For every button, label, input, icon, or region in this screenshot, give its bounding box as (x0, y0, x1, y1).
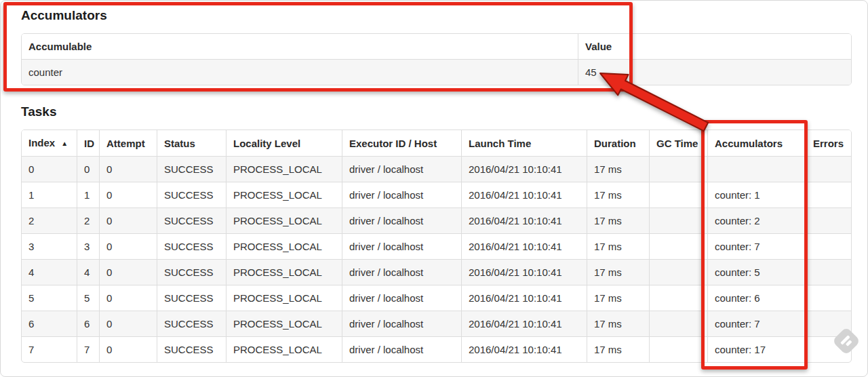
table-row: 000SUCCESSPROCESS_LOCALdriver / localhos… (22, 156, 851, 182)
column-header-index[interactable]: Index▲ (22, 130, 77, 156)
cell-launch-time: 2016/04/21 10:10:41 (461, 311, 587, 336)
cell-duration: 17 ms (587, 156, 649, 182)
cell-accumulators: counter: 17 (707, 336, 806, 362)
column-header-label: Accumulable (28, 41, 92, 52)
cell-attempt: 0 (99, 233, 157, 259)
cell-status: SUCCESS (157, 233, 226, 259)
tasks-section-title: Tasks (21, 104, 56, 119)
cell-gc-time (649, 233, 707, 259)
table-row: 110SUCCESSPROCESS_LOCALdriver / localhos… (22, 182, 851, 207)
cell-executor-id-host: driver / localhost (342, 233, 461, 259)
column-header-label: Index (28, 137, 55, 148)
cell-index: 6 (22, 311, 77, 336)
column-header-gc-time[interactable]: GC Time (649, 130, 707, 156)
cell-gc-time (649, 259, 707, 285)
column-header-status[interactable]: Status (157, 130, 226, 156)
cell-accumulators: counter: 2 (707, 207, 806, 233)
page: Accumulators AccumulableValuecounter45 T… (0, 0, 868, 377)
table-row: counter45 (22, 59, 851, 85)
table-row: 440SUCCESSPROCESS_LOCALdriver / localhos… (22, 259, 851, 285)
cell-index: 3 (22, 233, 77, 259)
cell-status: SUCCESS (157, 259, 226, 285)
cell-status: SUCCESS (157, 156, 226, 182)
cell-status: SUCCESS (157, 182, 226, 207)
column-header-label: Duration (594, 138, 636, 149)
column-header-label: Status (164, 138, 195, 149)
cell-executor-id-host: driver / localhost (342, 156, 461, 182)
cell-executor-id-host: driver / localhost (342, 311, 461, 336)
cell-accumulators: counter: 5 (707, 259, 806, 285)
cell-locality-level: PROCESS_LOCAL (226, 207, 342, 233)
column-header-label: Locality Level (233, 138, 300, 149)
cell-accumulators (707, 156, 806, 182)
cell-index: 2 (22, 207, 77, 233)
cell-launch-time: 2016/04/21 10:10:41 (461, 207, 587, 233)
cell-duration: 17 ms (587, 336, 649, 362)
cell-attempt: 0 (99, 156, 157, 182)
column-header-label: Accumulators (715, 138, 783, 149)
cell-status: SUCCESS (157, 285, 226, 311)
cell-attempt: 0 (99, 336, 157, 362)
cell-attempt: 0 (99, 285, 157, 311)
cell-executor-id-host: driver / localhost (342, 207, 461, 233)
column-header-label: GC Time (656, 138, 698, 149)
cell-errors (806, 207, 851, 233)
cell-executor-id-host: driver / localhost (342, 259, 461, 285)
cell-errors (806, 285, 851, 311)
cell-id: 4 (77, 259, 99, 285)
column-header-label: Errors (813, 138, 844, 149)
column-header-errors[interactable]: Errors (806, 130, 851, 156)
column-header-accumulators[interactable]: Accumulators (707, 130, 806, 156)
cell-locality-level: PROCESS_LOCAL (226, 182, 342, 207)
table-row: 770SUCCESSPROCESS_LOCALdriver / localhos… (22, 336, 851, 362)
cell-gc-time (649, 207, 707, 233)
accumulators-table: AccumulableValuecounter45 (21, 33, 852, 85)
table-row: 220SUCCESSPROCESS_LOCALdriver / localhos… (22, 207, 851, 233)
cell-id: 7 (77, 336, 99, 362)
tasks-table: Index▲IDAttemptStatusLocality LevelExecu… (21, 130, 852, 363)
cell-errors (806, 311, 851, 336)
cell-status: SUCCESS (157, 207, 226, 233)
cell-gc-time (649, 336, 707, 362)
cell-launch-time: 2016/04/21 10:10:41 (461, 182, 587, 207)
cell-executor-id-host: driver / localhost (342, 182, 461, 207)
cell-errors (806, 233, 851, 259)
table-row: 550SUCCESSPROCESS_LOCALdriver / localhos… (22, 285, 851, 311)
cell-value: 45 (578, 59, 851, 85)
cell-attempt: 0 (99, 259, 157, 285)
cell-launch-time: 2016/04/21 10:10:41 (461, 285, 587, 311)
column-header-label: Executor ID / Host (349, 138, 437, 149)
cell-index: 1 (22, 182, 77, 207)
column-header-id[interactable]: ID (77, 130, 99, 156)
cell-accumulable: counter (22, 59, 578, 85)
cell-index: 0 (22, 156, 77, 182)
column-header-value: Value (578, 34, 851, 59)
cell-id: 3 (77, 233, 99, 259)
accumulators-section-title: Accumulators (21, 8, 107, 23)
cell-accumulators: counter: 7 (707, 311, 806, 336)
cell-id: 0 (77, 156, 99, 182)
column-header-duration[interactable]: Duration (587, 130, 649, 156)
column-header-label: ID (84, 138, 94, 149)
cell-errors (806, 182, 851, 207)
cell-launch-time: 2016/04/21 10:10:41 (461, 233, 587, 259)
column-header-attempt[interactable]: Attempt (99, 130, 157, 156)
cell-id: 2 (77, 207, 99, 233)
cell-id: 1 (77, 182, 99, 207)
column-header-executor-id-host[interactable]: Executor ID / Host (342, 130, 461, 156)
cell-accumulators: counter: 1 (707, 182, 806, 207)
column-header-locality-level[interactable]: Locality Level (226, 130, 342, 156)
table-row: 660SUCCESSPROCESS_LOCALdriver / localhos… (22, 311, 851, 336)
cell-launch-time: 2016/04/21 10:10:41 (461, 336, 587, 362)
column-header-label: Launch Time (469, 138, 531, 149)
cell-duration: 17 ms (587, 207, 649, 233)
cell-duration: 17 ms (587, 285, 649, 311)
cell-errors (806, 336, 851, 362)
cell-duration: 17 ms (587, 311, 649, 336)
cell-launch-time: 2016/04/21 10:10:41 (461, 156, 587, 182)
cell-gc-time (649, 311, 707, 336)
cell-index: 7 (22, 336, 77, 362)
table-row: 330SUCCESSPROCESS_LOCALdriver / localhos… (22, 233, 851, 259)
sort-ascending-icon: ▲ (61, 140, 68, 147)
column-header-launch-time[interactable]: Launch Time (461, 130, 587, 156)
